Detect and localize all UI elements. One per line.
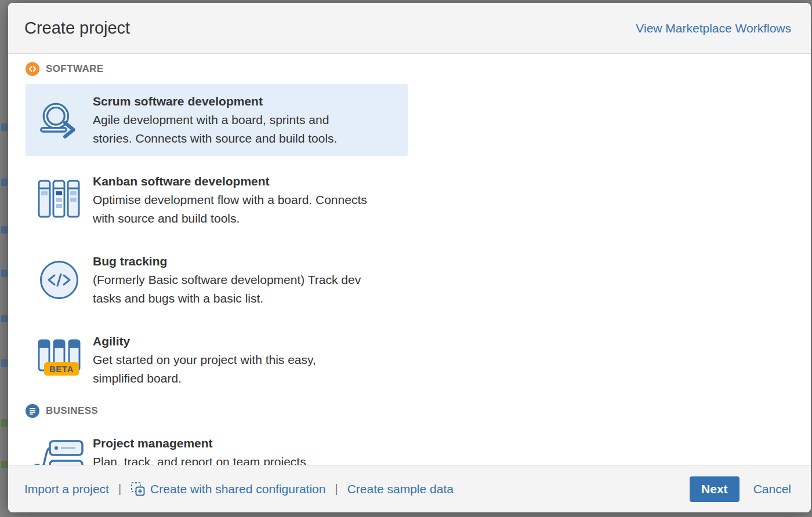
- scrum-icon: [26, 92, 93, 148]
- import-project-link[interactable]: Import a project: [24, 482, 109, 496]
- software-code-icon: [26, 62, 39, 76]
- view-marketplace-workflows-link[interactable]: View Marketplace Workflows: [636, 21, 791, 35]
- background-page-fragment: [1, 461, 8, 468]
- project-type-item-bug-tracking[interactable]: Bug tracking (Formerly Basic software de…: [26, 244, 408, 316]
- project-type-item-scrum[interactable]: Scrum software development Agile develop…: [26, 84, 408, 156]
- shared-config-icon: [130, 482, 146, 497]
- background-page-fragment: [1, 226, 8, 234]
- beta-badge: BETA: [44, 362, 79, 376]
- item-title: Scrum software development: [93, 92, 408, 111]
- section-header-software: SOFTWARE: [26, 62, 811, 76]
- kanban-icon: [26, 172, 93, 228]
- import-project-label: Import a project: [24, 482, 109, 496]
- next-button[interactable]: Next: [690, 476, 740, 502]
- project-management-icon: [26, 434, 93, 465]
- bug-tracking-icon: [26, 252, 93, 308]
- dialog-body: SOFTWARE Scrum software development Agil…: [8, 54, 811, 465]
- item-description: (Formerly Basic software development) Tr…: [93, 271, 408, 289]
- item-description: with source and build tools.: [93, 209, 408, 228]
- item-title: Kanban software development: [93, 172, 408, 191]
- section-header-business: BUSINESS: [26, 404, 811, 418]
- item-title: Agility: [93, 332, 408, 351]
- create-shared-configuration-link[interactable]: Create with shared configuration: [130, 482, 325, 497]
- dialog-header: Create project View Marketplace Workflow…: [8, 3, 811, 54]
- item-title: Project management: [93, 434, 408, 453]
- footer-separator: |: [118, 482, 121, 496]
- page-title: Create project: [24, 19, 130, 38]
- item-description: stories. Connects with source and build …: [93, 129, 408, 148]
- item-description: Agile development with a board, sprints …: [93, 111, 408, 129]
- section-label: SOFTWARE: [46, 63, 104, 75]
- background-page-fragment: [1, 270, 8, 277]
- item-description: simplified board.: [93, 369, 408, 388]
- item-description: Plan, track, and report on team projects…: [93, 453, 408, 465]
- create-sample-data-label: Create sample data: [347, 482, 454, 496]
- background-page-fragment: [1, 179, 8, 186]
- background-page-fragment: [1, 419, 8, 427]
- footer-separator: |: [335, 482, 338, 496]
- create-sample-data-link[interactable]: Create sample data: [347, 482, 454, 496]
- create-project-dialog: Create project View Marketplace Workflow…: [8, 3, 811, 512]
- item-title: Bug tracking: [93, 252, 408, 271]
- agility-boards-icon: BETA: [37, 338, 81, 382]
- project-type-item-kanban[interactable]: Kanban software development Optimise dev…: [26, 164, 408, 236]
- business-list-icon: [26, 404, 39, 418]
- create-shared-configuration-label: Create with shared configuration: [150, 482, 325, 496]
- dialog-footer: Import a project | Create with shared co…: [8, 465, 811, 512]
- section-label: BUSINESS: [46, 405, 98, 417]
- project-type-item-project-management[interactable]: Project management Plan, track, and repo…: [26, 426, 408, 465]
- item-description: tasks and bugs with a basic list.: [93, 289, 408, 308]
- item-description: Get started on your project with this ea…: [93, 351, 408, 369]
- background-page-fragment: [1, 315, 8, 322]
- project-type-item-agility[interactable]: BETA Agility Get started on your project…: [26, 324, 408, 396]
- background-page-fragment: [1, 359, 8, 367]
- cancel-link[interactable]: Cancel: [753, 482, 791, 496]
- item-description: Optimise development flow with a board. …: [93, 191, 408, 209]
- background-page-fragment: [1, 123, 8, 131]
